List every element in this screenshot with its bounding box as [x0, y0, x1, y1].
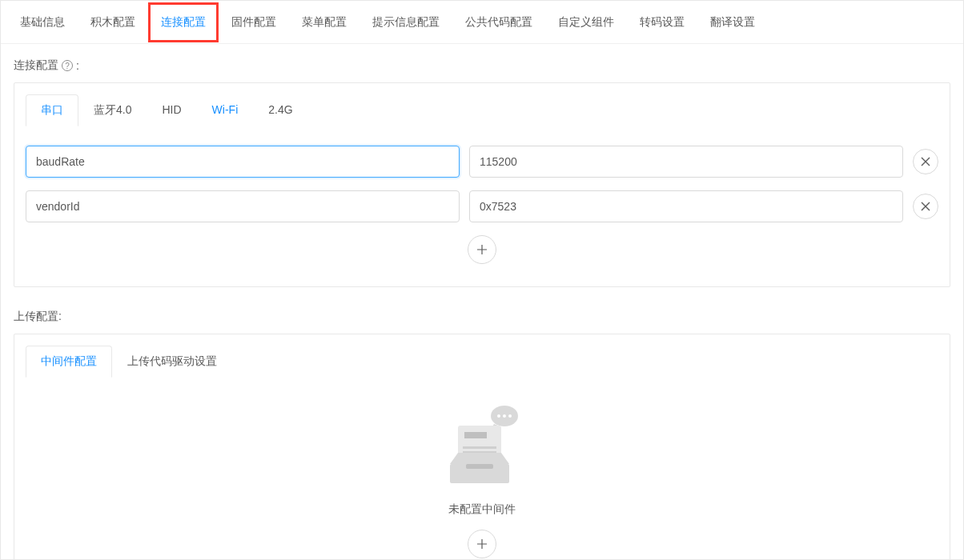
tab-firmware-config[interactable]: 固件配置 [219, 2, 289, 42]
tab-block-config[interactable]: 积木配置 [78, 2, 148, 42]
svg-point-2 [503, 414, 506, 418]
empty-text: 未配置中间件 [448, 502, 516, 517]
upload-panel: 中间件配置 上传代码驱动设置 [14, 334, 950, 560]
tab-custom-component[interactable]: 自定义组件 [545, 2, 627, 42]
colon: : [76, 59, 79, 72]
upload-inner-tabs: 中间件配置 上传代码驱动设置 [26, 346, 938, 378]
tab-hint-config[interactable]: 提示信息配置 [359, 2, 452, 42]
config-row [26, 190, 938, 222]
tab-hid[interactable]: HID [147, 94, 196, 126]
config-value-input[interactable] [469, 146, 903, 178]
tab-menu-config[interactable]: 菜单配置 [289, 2, 359, 42]
config-key-input[interactable] [26, 190, 460, 222]
tab-upload-driver[interactable]: 上传代码驱动设置 [112, 346, 232, 378]
add-row-button[interactable] [468, 235, 496, 264]
config-value-input[interactable] [469, 190, 903, 222]
main-tabs: 基础信息 积木配置 连接配置 固件配置 菜单配置 提示信息配置 公共代码配置 自… [1, 1, 963, 44]
tab-public-code-config[interactable]: 公共代码配置 [452, 2, 545, 42]
tab-middleware[interactable]: 中间件配置 [26, 346, 112, 378]
connection-inner-tabs: 串口 蓝牙4.0 HID Wi-Fi 2.4G [26, 94, 938, 126]
tab-basic-info[interactable]: 基础信息 [7, 2, 78, 42]
tab-serial[interactable]: 串口 [26, 94, 78, 126]
empty-illustration [434, 402, 530, 490]
tab-transcode-settings[interactable]: 转码设置 [627, 2, 697, 42]
connection-title-text: 连接配置 [14, 58, 58, 73]
tab-24g[interactable]: 2.4G [253, 94, 307, 126]
svg-rect-10 [466, 464, 493, 469]
plus-icon [476, 538, 488, 550]
svg-rect-5 [464, 432, 487, 438]
svg-rect-6 [463, 446, 496, 449]
help-icon[interactable]: ? [62, 60, 73, 71]
svg-point-1 [497, 414, 500, 418]
connection-title: 连接配置 ? : [14, 58, 950, 73]
tab-translation-settings[interactable]: 翻译设置 [697, 2, 768, 42]
plus-icon [476, 244, 488, 255]
tab-bluetooth[interactable]: 蓝牙4.0 [78, 94, 147, 126]
upload-title-text: 上传配置: [14, 310, 62, 324]
connection-panel: 串口 蓝牙4.0 HID Wi-Fi 2.4G [14, 82, 950, 287]
add-middleware-button[interactable] [468, 530, 496, 558]
config-row [26, 146, 938, 178]
tab-wifi[interactable]: Wi-Fi [197, 94, 254, 126]
tab-connection-config[interactable]: 连接配置 [148, 2, 219, 42]
config-key-input[interactable] [26, 146, 460, 178]
empty-state: 未配置中间件 [26, 386, 938, 558]
close-icon [921, 157, 930, 166]
svg-point-3 [508, 414, 512, 418]
connection-section: 连接配置 ? : 串口 蓝牙4.0 HID Wi-Fi 2.4G [1, 44, 963, 560]
remove-row-button[interactable] [913, 149, 938, 174]
upload-title: 上传配置: [14, 310, 950, 324]
close-icon [921, 202, 930, 211]
remove-row-button[interactable] [913, 194, 938, 219]
